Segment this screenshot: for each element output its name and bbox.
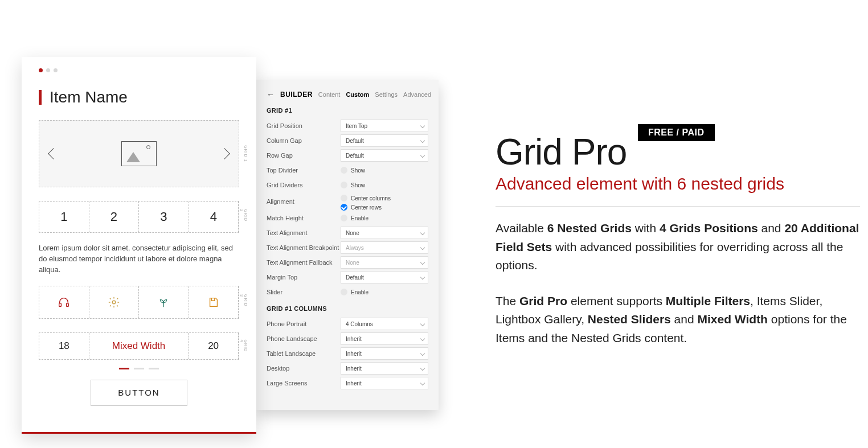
toggle-input[interactable]: Enable [341, 289, 428, 295]
back-arrow-icon[interactable]: ← [267, 90, 275, 99]
tab-content[interactable]: Content [318, 91, 341, 98]
settings-row: Large ScreensInherit [267, 376, 428, 391]
plant-icon [157, 296, 170, 309]
grid-1-slider: GRID 1 [39, 120, 239, 187]
chevron-down-icon [420, 275, 425, 280]
toggle-input[interactable]: Show [341, 182, 428, 188]
toggle-input[interactable]: Enable [341, 215, 428, 221]
grid-2-cell: 1 [39, 202, 89, 232]
grid-4-cell-mixed: Mixed Width [89, 333, 189, 359]
toggle-input[interactable]: Center columns [341, 195, 428, 202]
toggle-label: Center columns [351, 195, 391, 202]
panel-title: BUILDER [280, 91, 313, 98]
settings-label: Phone Landscape [267, 335, 341, 342]
settings-row: DesktopInherit [267, 361, 428, 376]
card-title: Item Name [50, 88, 128, 106]
select-input[interactable]: Default [341, 149, 428, 162]
settings-row: Tablet LandscapeInherit [267, 346, 428, 361]
gear-icon [108, 296, 120, 309]
chevron-down-icon [420, 366, 425, 371]
product-description-1: Available 6 Nested Grids with 4 Grids Po… [496, 219, 860, 275]
chevron-down-icon [420, 124, 425, 128]
grid-4-label: GRID 4 [240, 339, 248, 352]
window-dots [39, 68, 239, 72]
settings-label: Desktop [267, 365, 341, 372]
select-input[interactable]: Inherit [341, 362, 428, 375]
section-grid1-columns-heading: GRID #1 COLUMNS [267, 305, 428, 312]
grid-4-cell: 20 [189, 333, 239, 359]
chevron-down-icon [420, 153, 425, 158]
image-placeholder-icon [121, 141, 157, 166]
settings-row: Grid PositionItem Top [267, 118, 428, 133]
cta-button[interactable]: BUTTON [91, 380, 187, 406]
toggle-dot [341, 195, 347, 202]
settings-row: Text Alignment BreakpointAlways [267, 240, 428, 255]
select-input[interactable]: Inherit [341, 332, 428, 345]
chevron-down-icon [420, 336, 425, 341]
svg-rect-1 [67, 303, 69, 306]
select-input[interactable]: Default [341, 134, 428, 147]
product-copy: Grid Pro Advanced element with 6 nested … [496, 124, 860, 364]
chevron-down-icon [420, 260, 425, 265]
select-input[interactable]: 4 Columns [341, 318, 428, 330]
chevron-down-icon [420, 138, 425, 143]
section-grid1-heading: GRID #1 [267, 107, 428, 114]
pager-dot[interactable] [134, 368, 144, 369]
settings-label: Slider [267, 289, 341, 295]
product-description-2: The Grid Pro element supports Multiple F… [496, 292, 860, 348]
tab-custom[interactable]: Custom [346, 91, 369, 98]
select-input[interactable]: Default [341, 271, 428, 283]
settings-row: Match HeightEnable [267, 211, 428, 225]
settings-label: Text Alignment [267, 229, 341, 236]
select-input[interactable]: Inherit [341, 347, 428, 360]
toggle-input[interactable]: Show [341, 167, 428, 174]
toggle-label: Center rows [351, 204, 382, 211]
grid-2: 1 2 3 4 GRID 2 [39, 201, 239, 233]
settings-row: Top DividerShow [267, 163, 428, 178]
tab-settings[interactable]: Settings [375, 91, 398, 98]
title-accent-bar [39, 90, 42, 105]
settings-label: Large Screens [267, 380, 341, 387]
divider [496, 206, 860, 207]
select-input[interactable]: None [341, 227, 428, 239]
settings-label: Grid Position [267, 122, 341, 129]
settings-label: Margin Top [267, 274, 341, 281]
select-input[interactable]: Inherit [341, 377, 428, 389]
grid-1-label: GRID 1 [244, 145, 248, 162]
grid-2-cell: 3 [139, 202, 189, 232]
toggle-dot [341, 289, 347, 295]
chevron-down-icon [420, 351, 425, 356]
settings-row: Phone Portrait4 Columns [267, 317, 428, 331]
grid-2-cell: 2 [89, 202, 140, 232]
settings-row: Phone LandscapeInherit [267, 331, 428, 346]
settings-row: Text AlignmentNone [267, 225, 428, 240]
settings-row: Margin TopDefault [267, 270, 428, 285]
toggle-label: Enable [351, 215, 369, 221]
chevron-down-icon [420, 231, 425, 235]
settings-label: Match Height [267, 215, 341, 221]
settings-row: AlignmentCenter columnsCenter rows [267, 192, 428, 211]
settings-label: Top Divider [267, 167, 341, 174]
tab-advanced[interactable]: Advanced [403, 91, 431, 98]
product-subtitle: Advanced element with 6 nested grids [496, 174, 860, 194]
toggle-input[interactable]: Center rows [341, 204, 428, 211]
settings-row: Grid DividersShow [267, 178, 428, 192]
select-input[interactable]: Always [341, 241, 428, 254]
grid-4: 18 Mixed Width 20 GRID 4 [39, 332, 239, 360]
grid-2-label: GRID 2 [240, 209, 248, 225]
select-input[interactable]: Item Top [341, 120, 428, 132]
chevron-down-icon [420, 245, 425, 250]
grid-2-cell: 4 [189, 202, 239, 232]
toggle-label: Enable [351, 289, 369, 295]
preview-card: Item Name GRID 1 1 2 3 4 GRID 2 Lorem ip… [22, 57, 256, 434]
pager-dot[interactable] [119, 368, 129, 369]
lorem-text: Lorem ipsum dolor sit amet, consectetur … [39, 243, 239, 276]
chevron-left-icon[interactable] [48, 148, 59, 159]
settings-label: Text Alignment Breakpoint [267, 244, 341, 251]
settings-label: Grid Dividers [267, 182, 341, 188]
chevron-down-icon [420, 381, 425, 385]
panel-tabs: Content Custom Settings Advanced [318, 91, 431, 98]
pager-dot[interactable] [149, 368, 159, 369]
select-input[interactable]: None [341, 256, 428, 269]
chevron-right-icon[interactable] [219, 148, 230, 159]
